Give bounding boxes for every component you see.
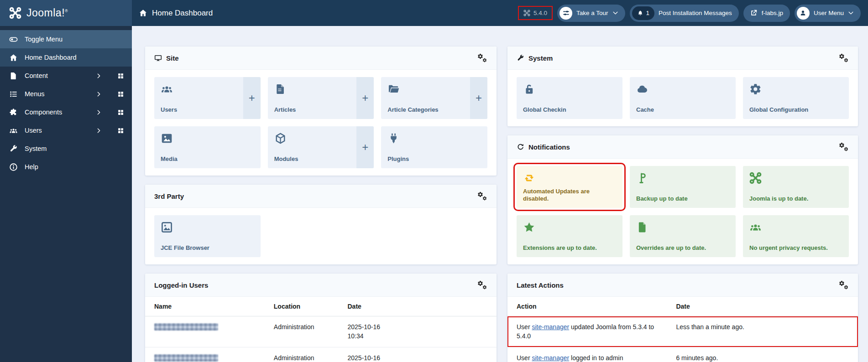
document-icon (9, 72, 18, 80)
tile-cache[interactable]: Cache (630, 77, 736, 119)
tile-global-checkin[interactable]: Global Checkin (517, 77, 622, 119)
table-row-login-action: User site-manager logged in to admin 6 m… (507, 347, 858, 362)
cloud-icon (636, 83, 648, 95)
joomla-admin-dashboard: Joomla!® Home Dashboard 5.4.0 Take a Tou… (0, 0, 868, 362)
third-party-panel: 3rd Party JCE File Browser (145, 185, 497, 264)
add-user-button[interactable]: + (243, 77, 261, 119)
puzzle-icon (9, 108, 18, 117)
users-icon (749, 221, 762, 233)
content-dashboard-grid-icon[interactable] (117, 72, 124, 79)
menus-dashboard-grid-icon[interactable] (117, 91, 124, 98)
column-header-location: Location (265, 297, 339, 316)
third-party-panel-header: 3rd Party (145, 185, 497, 208)
panel-options-icon[interactable] (477, 53, 487, 62)
tile-privacy-requests-status[interactable]: No urgent privacy requests. (743, 215, 849, 257)
latest-actions-title: Latest Actions (517, 281, 564, 289)
toggle-menu[interactable]: Toggle Menu (0, 30, 132, 48)
top-header: Joomla!® Home Dashboard 5.4.0 Take a Tou… (0, 0, 868, 26)
site-tile-users[interactable]: Users + (154, 77, 261, 119)
brand-wordmark: Joomla!® (26, 7, 68, 19)
sidebar-item-home-dashboard[interactable]: Home Dashboard (0, 48, 132, 67)
table-row-update-action: User site-manager updated Joomla from 5.… (507, 316, 858, 347)
wrench-icon (9, 145, 18, 153)
add-article-button[interactable]: + (356, 77, 374, 119)
components-dashboard-grid-icon[interactable] (117, 109, 124, 116)
column-header-name: Name (145, 297, 265, 316)
take-a-tour-button[interactable]: Take a Tour (557, 5, 625, 22)
star-icon (523, 221, 535, 233)
brand[interactable]: Joomla!® (0, 0, 132, 26)
notification-count-badge: 1 (632, 6, 655, 20)
chevron-down-icon (612, 10, 618, 16)
tile-backup-status[interactable]: Backup up to date (630, 166, 736, 208)
backup-icon (636, 172, 648, 184)
panel-options-icon[interactable] (477, 191, 487, 201)
post-installation-messages-button[interactable]: 1 Post Installation Messages (630, 5, 739, 22)
page-title: Home Dashboard (139, 9, 213, 18)
image-icon (161, 132, 173, 145)
system-panel-header: System (507, 47, 858, 70)
tour-icon (559, 7, 572, 20)
panel-options-icon[interactable] (839, 280, 849, 290)
tile-jce-file-browser[interactable]: JCE File Browser (154, 215, 261, 257)
column-header-date: Date (338, 297, 497, 316)
tile-overrides-status[interactable]: Overrides are up to date. (630, 215, 736, 257)
sync-icon (523, 172, 535, 184)
unlock-icon (523, 83, 535, 95)
header-bar: Home Dashboard 5.4.0 Take a Tour 1 (132, 0, 868, 26)
user-link[interactable]: site-manager (532, 354, 569, 362)
tile-extensions-status[interactable]: Extensions are up to date. (517, 215, 622, 257)
sidebar-item-system[interactable]: System (0, 140, 132, 158)
article-icon (274, 83, 287, 95)
sidebar-item-content[interactable]: Content (0, 67, 132, 85)
image-outline-icon (161, 221, 173, 233)
site-panel: Site Users + (145, 47, 497, 176)
users-dashboard-grid-icon[interactable] (117, 127, 124, 134)
sidebar-item-users[interactable]: Users (0, 121, 132, 140)
panel-options-icon[interactable] (839, 53, 849, 62)
tile-joomla-update-status[interactable]: Joomla is up to date. (743, 166, 849, 208)
logged-in-users-title: Logged-in Users (154, 281, 208, 289)
sidebar: Toggle Menu Home Dashboard Content Menus (0, 26, 132, 362)
site-tile-modules[interactable]: Modules + (268, 126, 374, 168)
joomla-icon (749, 172, 762, 184)
list-icon (9, 90, 18, 98)
chevron-right-icon (96, 91, 102, 97)
site-tile-media[interactable]: Media (154, 126, 261, 168)
info-icon (9, 163, 18, 171)
sidebar-item-menus[interactable]: Menus (0, 85, 132, 103)
logged-in-users-panel: Logged-in Users Name Location Date (145, 274, 497, 362)
notifications-panel-header: Notifications (507, 135, 858, 159)
registered-mark: ® (65, 9, 68, 13)
users-icon (9, 126, 18, 135)
joomla-version-icon (523, 10, 530, 16)
sidebar-item-help[interactable]: Help (0, 158, 132, 176)
user-menu-button[interactable]: User Menu (795, 5, 861, 22)
folder-open-icon (387, 83, 400, 95)
site-tile-articles[interactable]: Articles + (268, 77, 374, 119)
tile-automated-updates-disabled[interactable]: Automated Updates are disabled. (517, 166, 622, 208)
tile-global-configuration[interactable]: Global Configuration (743, 77, 849, 119)
add-category-button[interactable]: + (470, 77, 487, 119)
view-site-button[interactable]: f-labs.jp (743, 5, 790, 22)
home-icon (139, 9, 147, 17)
user-avatar-icon (797, 7, 810, 20)
users-icon (161, 83, 173, 95)
file-icon (636, 221, 648, 233)
sidebar-item-components[interactable]: Components (0, 103, 132, 121)
home-icon (9, 53, 18, 62)
panel-options-icon[interactable] (839, 142, 849, 151)
notifications-panel-title: Notifications (517, 143, 570, 151)
monitor-icon (154, 54, 162, 62)
add-module-button[interactable]: + (356, 126, 374, 168)
logged-in-users-header: Logged-in Users (145, 274, 497, 297)
site-panel-title: Site (154, 54, 179, 62)
site-tile-plugins[interactable]: Plugins (381, 126, 487, 168)
logged-in-users-table: Name Location Date Administration 2025-1… (145, 297, 497, 362)
user-link[interactable]: site-manager (532, 323, 569, 331)
column-header-action: Action (507, 297, 667, 316)
site-tile-article-categories[interactable]: Article Categories + (381, 77, 487, 119)
panel-options-icon[interactable] (477, 280, 487, 290)
latest-actions-table: Action Date User site-manager updated Jo… (507, 297, 858, 362)
chevron-right-icon (96, 128, 102, 134)
